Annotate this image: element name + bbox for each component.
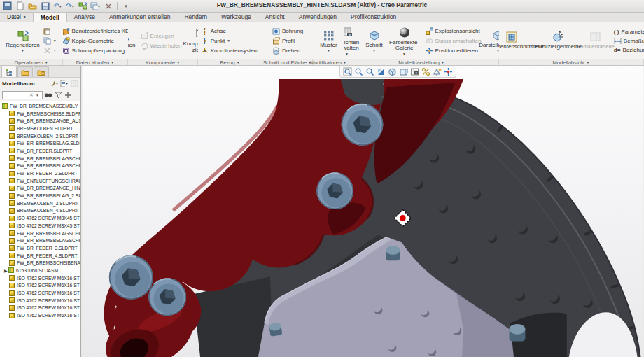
tree-item[interactable]: ISO 4762 SCREW M8X45 STEEL.SLDPRT: [0, 222, 80, 230]
benutzerdefiniertes-ke-button[interactable]: Benutzerdefiniertes KE: [63, 27, 128, 36]
tree-item[interactable]: FW_BR_FEDER.SLDPRT: [0, 147, 80, 155]
tree-item-root[interactable]: FW_BR_BREMSENASSEMBLY_HINTEN.SLDASM: [0, 102, 80, 110]
tab-ansicht[interactable]: Ansicht: [258, 12, 292, 22]
spin-center-icon[interactable]: [443, 66, 454, 76]
tree-settings-icon[interactable]: ▼: [60, 79, 69, 88]
tree-item[interactable]: FW_BR_BREMSBELAG_2.SLDPRT: [0, 192, 80, 200]
display-style-icon[interactable]: [387, 66, 398, 76]
tree-item-subassembly[interactable]: ▶61530060.SLDASM: [0, 267, 80, 274]
tree-item[interactable]: ISO 4762 SCREW M6X16 STEEL.SLDPRT: [0, 274, 80, 282]
3d-viewport-canvas[interactable]: [82, 66, 644, 357]
tree-item[interactable]: BREMSKOLBEN_4.SLDPRT: [0, 207, 80, 215]
wiederholen-button[interactable]: Wiederholen: [139, 41, 183, 50]
favorites-tab[interactable]: [34, 66, 49, 77]
tree-item[interactable]: ISO 4762 SCREW M6X16 STEEL.SLDPRT: [0, 297, 80, 304]
find-icon[interactable]: [44, 91, 52, 99]
group-label-daten-abrufen[interactable]: Daten abrufen▼: [63, 59, 128, 66]
tree-item[interactable]: FW_BREMSSCHEIBE.SLDPRT: [0, 110, 80, 118]
tree-item[interactable]: ISO 4762 SCREW M6X16 STEEL.SLDPRT: [0, 282, 80, 290]
zoom-in-icon[interactable]: [354, 66, 364, 76]
group-label-operationen[interactable]: Operationen▼: [0, 59, 63, 66]
parameter-button[interactable]: ( )Parameter: [612, 28, 644, 36]
tree-item[interactable]: ISO 4762 SCREW M6X16 STEEL.SLDPRT: [0, 304, 80, 312]
tree-item[interactable]: FW_BR_BREMSBELAGSCHRAUBE_2.SLDPRT: [0, 162, 80, 170]
filter-icon[interactable]: [54, 91, 62, 99]
schrumpfverpackung-button[interactable]: Schrumpfverpackung: [63, 46, 128, 55]
tree-item[interactable]: FW_BR_BREMSBELAGSCHRAUBE.SLDPRT: [0, 155, 80, 162]
tab-analyse[interactable]: Analyse: [67, 12, 102, 22]
tree-item[interactable]: FW_ENTLUEFTUNGSCHRAUBE_1.SLDPRT: [0, 177, 80, 185]
profil-button[interactable]: Profil: [271, 36, 304, 46]
model-tree-tab[interactable]: [1, 66, 17, 77]
tree-item[interactable]: FW_BR_FEDER_3.SLDPRT: [0, 244, 80, 252]
muster-button[interactable]: Muster▼: [317, 28, 341, 54]
tree-item[interactable]: FW_BR_BREMSZANGE_HINTEN.SLDPRT: [0, 185, 80, 192]
publiziergeometrie-button[interactable]: Publiziergeometrie: [538, 29, 579, 52]
bemassung-button[interactable]: Bemaßung: [612, 36, 644, 46]
kopie-geometrie-button[interactable]: Kopie-Geometrie: [63, 36, 128, 46]
darstellungsstil-button[interactable]: Darstellungsstil▼: [484, 28, 499, 54]
tab-anwendungen[interactable]: Anwendungen: [292, 12, 344, 22]
group-label-schnitt-und-flaeche[interactable]: Schnitt und Fläche▼: [262, 59, 313, 66]
tree-columns-icon[interactable]: [70, 79, 78, 88]
tree-item[interactable]: FW_BR_BREMSBELAG.SLDPRT: [0, 139, 80, 147]
datum-display-filters-icon[interactable]: [421, 66, 431, 76]
delete-button[interactable]: ▼: [42, 46, 58, 55]
tab-werkzeuge[interactable]: Werkzeuge: [214, 12, 258, 22]
tree-item[interactable]: FW_BR_BREMSZANGE_AUSSEN.SLDPRT: [0, 117, 80, 125]
tab-anmerkungen[interactable]: Anmerkungen erstellen: [102, 12, 177, 22]
tab-modell[interactable]: Modell: [33, 12, 67, 22]
einbauen-button[interactable]: Einbauen▼: [128, 28, 138, 54]
tree-item[interactable]: FW_BR_FEDER_4.SLDPRT: [0, 252, 80, 260]
tree-item[interactable]: FW_BR_BREMSBELAGSCHRAUBE_3.SLDPRT: [0, 230, 80, 237]
komponentenschnittstelle-button[interactable]: Komponentenschnittstelle: [499, 29, 537, 52]
saved-orientations-icon[interactable]: [410, 66, 420, 76]
tree-item[interactable]: ISO 4762 SCREW M6X16 STEEL.SLDPRT: [0, 289, 80, 297]
tree-item[interactable]: BREMSKOLBEN.SLDPRT: [0, 125, 80, 132]
position-editieren-button[interactable]: Position editieren: [424, 46, 483, 55]
schnitt-button[interactable]: Schnitt▼: [364, 28, 385, 54]
tree-tools-icon[interactable]: ▼: [50, 79, 59, 88]
koordinatensystem-button[interactable]: Koordinatensystem: [200, 46, 260, 55]
drehen-button[interactable]: Drehen: [271, 46, 304, 55]
tree-item[interactable]: ISO 4762 SCREW M6X16 STEEL.SLDPRT: [0, 312, 80, 319]
add-column-icon[interactable]: [64, 91, 72, 99]
explosionsansicht-button[interactable]: Explosionsansicht: [424, 27, 483, 36]
group-label-modellabsicht[interactable]: Modellabsicht▼: [499, 59, 644, 66]
repaint-icon[interactable]: [376, 66, 386, 76]
beziehungen-button[interactable]: d=Beziehungen: [612, 46, 644, 54]
annotation-display-icon[interactable]: [432, 66, 442, 76]
status-umschalten-button[interactable]: Status umschalten: [424, 36, 483, 46]
tab-rendern[interactable]: Rendern: [177, 12, 214, 22]
tree-item[interactable]: BREMSKOLBEN_3.SLDPRT: [0, 200, 80, 207]
refit-icon[interactable]: [342, 66, 353, 76]
ansichten-verwalten-button[interactable]: Ansichten verwalten▼: [344, 25, 363, 57]
graphics-area[interactable]: [82, 66, 644, 357]
group-label-modifikatoren[interactable]: Modifikatoren▼: [313, 59, 344, 66]
erzeugen-button[interactable]: Erzeugen: [139, 31, 183, 41]
group-label-modelldarstellung[interactable]: Modelldarstellung▼: [344, 59, 499, 66]
regenerieren-button[interactable]: Regenerieren▼: [5, 28, 40, 54]
achse-button[interactable]: Achse: [200, 27, 260, 36]
paste-button[interactable]: [42, 27, 58, 36]
folder-browser-tab[interactable]: [18, 66, 33, 77]
tree-search-input[interactable]: [3, 92, 29, 97]
perspective-icon[interactable]: [398, 66, 409, 76]
tab-datei[interactable]: Datei▼: [0, 12, 33, 22]
punkt-button[interactable]: Punkt▼: [200, 36, 260, 46]
tab-profilkonstruktion[interactable]: Profilkonstruktion: [344, 12, 403, 22]
tree-item[interactable]: FW_BR_FEDER_2.SLDPRT: [0, 169, 80, 177]
tree-item[interactable]: BREMSKOLBEN_2.SLDPRT: [0, 132, 80, 140]
tree-item[interactable]: FW_BR_BREMSSCHEIBENAUFNAHME.SLDPRT: [0, 259, 80, 267]
tree-item[interactable]: FW_BR_BREMSBELAGSCHRAUBE_4.SLDPRT: [0, 237, 80, 244]
copy-button[interactable]: ▼: [42, 36, 58, 46]
group-label-bezug[interactable]: Bezug▼: [198, 59, 262, 66]
zoom-out-icon[interactable]: [365, 66, 375, 76]
group-label-komponente[interactable]: Komponente▼: [128, 59, 198, 66]
tree-item[interactable]: ISO 4762 SCREW M8X45 STEEL.SLDPRT: [0, 214, 80, 222]
komponenten-ziehen-button[interactable]: Komponenten ziehen: [184, 27, 198, 55]
chevron-down-icon[interactable]: ▼: [34, 93, 41, 97]
bohrung-button[interactable]: Bohrung: [271, 27, 304, 36]
farbeffekte-galerie-button[interactable]: Farbeffekte-Galerie▼: [386, 25, 423, 57]
familientabelle-button[interactable]: Familientabelle: [580, 29, 611, 52]
